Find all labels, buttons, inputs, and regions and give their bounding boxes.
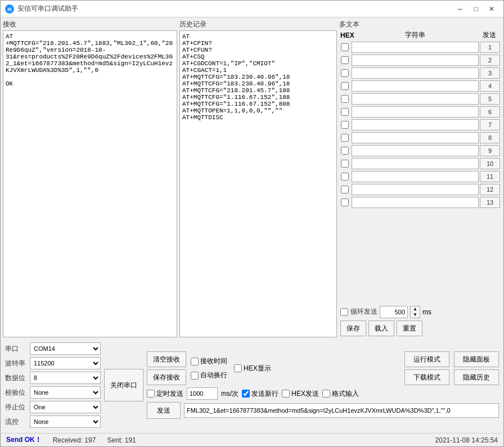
multitext-send-btn-8[interactable]: 8 [480,132,500,143]
load-button[interactable]: 载入 [368,320,394,336]
newline-send-checkbox[interactable] [242,390,250,398]
timed-interval-input[interactable] [187,387,218,400]
send-input-row: 发送 [147,402,499,419]
multitext-hex-checkbox-5[interactable] [341,95,349,103]
maximize-button[interactable]: □ [469,3,483,15]
multitext-hex-checkbox-8[interactable] [341,134,349,142]
timed-send-label: 定时发送 [147,389,183,399]
multitext-send-btn-11[interactable]: 11 [480,171,500,182]
baud-select[interactable]: 115200 [30,357,101,369]
data-bits-select[interactable]: 8 [30,372,101,384]
save-button[interactable]: 保存 [340,320,366,336]
multitext-hex-checkbox-11[interactable] [341,173,349,180]
multitext-hex-checkbox-2[interactable] [341,56,349,64]
auto-newline-checkbox[interactable] [191,372,199,380]
multitext-hex-checkbox-4[interactable] [341,82,349,90]
send-ok-status: Send OK！ [6,435,42,445]
multitext-send-btn-10[interactable]: 10 [480,158,500,169]
main-window: ai 安信可串口调试助手 ─ □ ✕ 接收 历史记录 多文本 [0,0,504,447]
multitext-text-input-8[interactable] [352,132,479,143]
save-receive-button[interactable]: 保存接收 [147,369,186,385]
multitext-hex-checkbox-6[interactable] [341,108,349,116]
send-button[interactable]: 发送 [147,402,181,419]
format-input-checkbox[interactable] [322,390,330,398]
hex-display-label: HEX显示 [234,364,271,373]
port-label: 串口 [5,344,28,354]
receive-textarea[interactable] [3,30,177,337]
close-button[interactable]: ✕ [484,3,499,15]
hex-send-checkbox[interactable] [282,390,290,398]
hex-display-group: HEX显示 [232,364,271,373]
multitext-send-btn-13[interactable]: 13 [480,197,500,208]
multitext-text-input-2[interactable] [352,55,479,66]
port-row: 串口 COM14 [5,342,101,355]
multitext-text-input-1[interactable] [352,42,479,53]
multitext-text-input-10[interactable] [352,158,479,169]
multitext-hex-checkbox-3[interactable] [341,69,349,77]
datetime: 2021-11-08 14:25:54 [435,436,498,444]
multitext-text-input-4[interactable] [352,80,479,92]
multitext-hex-checkbox-12[interactable] [341,186,349,193]
multitext-send-btn-5[interactable]: 5 [480,93,500,105]
multitext-send-btn-12[interactable]: 12 [480,184,500,195]
history-textarea[interactable] [179,30,337,337]
port-config-panel: 串口 COM14 波特率 115200 数据位 [5,342,101,428]
multitext-text-input-13[interactable] [352,197,479,208]
loop-spin-down[interactable]: ▼ [411,312,420,318]
reset-button[interactable]: 重置 [397,320,422,336]
timed-send-checkbox[interactable] [147,390,155,398]
hide-panel-button[interactable]: 隐藏面板 [454,351,499,367]
receive-time-checkbox[interactable] [191,358,199,365]
multitext-send-btn-7[interactable]: 7 [480,119,500,130]
hide-history-button[interactable]: 隐藏历史 [454,369,499,385]
download-mode-button[interactable]: 下载模式 [404,369,449,385]
multitext-send-btn-6[interactable]: 6 [480,106,500,118]
multitext-hex-checkbox-13[interactable] [341,198,349,206]
multitext-text-input-7[interactable] [352,119,479,130]
multitext-text-input-6[interactable] [352,106,479,118]
send-text-input[interactable] [184,403,499,418]
stop-bits-select[interactable]: One [30,401,101,413]
run-mode-button[interactable]: 运行模式 [404,351,449,367]
receive-time-label: 接收时间 [191,356,227,366]
multitext-panel: 多文本 HEX 字符串 发送 12345678910111213 循环发送 [339,20,501,337]
loop-spin-up[interactable]: ▲ [411,306,420,312]
multitext-hex-checkbox-1[interactable] [341,43,349,51]
flow-select[interactable]: None [30,416,101,428]
multitext-send-btn-2[interactable]: 2 [480,55,500,66]
loop-interval-input[interactable] [380,306,408,318]
loop-checkbox[interactable] [340,308,348,316]
open-port-button[interactable]: 关闭串口 [104,369,143,401]
multitext-text-input-12[interactable] [352,184,479,195]
loop-spinbox: ▲ ▼ [410,306,420,318]
multitext-hex-checkbox-7[interactable] [341,121,349,129]
multitext-text-input-9[interactable] [352,145,479,156]
parity-select[interactable]: None [30,386,101,399]
multitext-rows: 12345678910111213 [339,41,501,304]
multitext-send-btn-4[interactable]: 4 [480,80,500,92]
multitext-text-input-3[interactable] [352,67,479,79]
loop-row: 循环发送 ▲ ▼ ms [339,304,501,319]
multitext-send-btn-3[interactable]: 3 [480,67,500,79]
checkboxes-group: 接收时间 自动换行 [191,356,227,380]
multitext-row: 10 [339,157,501,170]
multitext-hex-checkbox-9[interactable] [341,147,349,155]
multitext-row: 8 [339,132,501,144]
multitext-send-btn-1[interactable]: 1 [480,42,500,53]
str-col-header: 字符串 [352,30,479,40]
multitext-row: 6 [339,106,501,118]
multitext-text-input-11[interactable] [352,171,479,182]
multitext-row: 9 [339,145,501,157]
minimize-button[interactable]: ─ [453,3,467,15]
window-title: 安信可串口调试助手 [17,4,453,13]
bottom-section-1: 串口 COM14 波特率 115200 数据位 [5,342,499,428]
multitext-hex-checkbox-10[interactable] [341,160,349,168]
save-load-btns: 保存 载入 重置 [339,319,501,337]
hex-display-checkbox[interactable] [234,364,242,372]
format-input-label: 格式输入 [322,389,359,399]
port-select[interactable]: COM14 [30,342,101,355]
clear-receive-button[interactable]: 清空接收 [147,351,186,367]
multitext-send-btn-9[interactable]: 9 [480,145,500,156]
multitext-text-input-5[interactable] [352,93,479,105]
history-panel: 历史记录 [179,20,337,337]
